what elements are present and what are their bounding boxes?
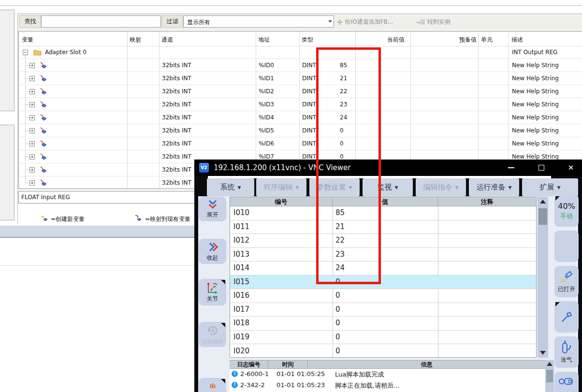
loop-button[interactable]: A 连续循环 xyxy=(199,322,226,347)
log-col-message: 信息 xyxy=(308,361,545,369)
variable-icon xyxy=(40,166,47,175)
table-row[interactable]: +32bits INT%ID4DINT24New Help String xyxy=(19,111,582,124)
address-cell: %ID3 xyxy=(259,101,274,108)
corner-marker-icon xyxy=(221,379,225,383)
scroll-up-icon[interactable] xyxy=(540,200,546,203)
close-button[interactable]: ✕ xyxy=(560,160,582,175)
register-row[interactable]: I0200 xyxy=(230,345,536,358)
scrollbar-thumb[interactable] xyxy=(546,370,553,382)
table-group-row[interactable]: − Adapter Slot 0 INT Output REG xyxy=(19,46,582,59)
dropdown-arrow-icon[interactable] xyxy=(328,20,332,23)
blank-button[interactable] xyxy=(554,231,579,262)
register-row[interactable]: I0170 xyxy=(230,303,536,317)
info-icon: ! xyxy=(232,371,238,377)
collapse-button[interactable]: 收起 xyxy=(199,239,226,264)
table-row[interactable]: +32bits INT%ID6DINT0New Help String xyxy=(19,137,582,150)
menu-item-extend[interactable]: 扩展▼ xyxy=(522,178,578,196)
tree-stub xyxy=(25,183,29,183)
maximize-icon xyxy=(538,165,544,171)
group-description: INT Output REG xyxy=(512,49,557,56)
speed-mode-button[interactable]: 40% 手动 xyxy=(554,195,579,227)
add-icon: ✛ xyxy=(337,18,343,26)
menu-item-edit-instruction[interactable]: 编辑指令▼ xyxy=(416,178,466,196)
expand-plus-icon[interactable]: + xyxy=(29,154,35,160)
address-cell: %ID6 xyxy=(259,140,274,147)
table-row[interactable]: +32bits INT%ID5DINT0New Help String xyxy=(19,124,582,137)
register-row[interactable]: I01222 xyxy=(230,234,536,248)
expand-plus-icon[interactable]: + xyxy=(29,128,35,133)
menu-item-run-prepare[interactable]: 运行准备▼ xyxy=(469,178,519,196)
scroll-up-icon[interactable] xyxy=(547,362,553,366)
torch-button[interactable] xyxy=(554,301,579,333)
expand-plus-icon[interactable]: + xyxy=(29,115,35,120)
corner-marker-icon xyxy=(555,196,560,201)
type-cell: DINT xyxy=(302,75,316,82)
mode-label: 手动 xyxy=(560,212,573,220)
filter-dropdown[interactable]: 显示所有 xyxy=(183,15,334,28)
expand-plus-icon[interactable]: + xyxy=(29,102,35,107)
table-row[interactable]: +32bits INT%ID2DINT22New Help String xyxy=(19,85,582,98)
partial-left-button[interactable] xyxy=(199,378,226,392)
expand-plus-icon[interactable]: + xyxy=(29,180,35,186)
address-cell: %ID4 xyxy=(259,114,274,121)
maximize-button[interactable] xyxy=(529,160,553,175)
expand-plus-icon[interactable]: + xyxy=(29,76,35,81)
col-channel: 通道 xyxy=(161,36,173,44)
col-type: 类型 xyxy=(302,36,313,44)
expand-plus-icon[interactable]: + xyxy=(29,141,35,146)
goto-instance-button[interactable]: →☰ 转到实例 xyxy=(415,16,451,28)
find-input[interactable] xyxy=(41,15,161,28)
table-row[interactable]: +32bits INT%ID3DINT23New Help String xyxy=(19,98,582,111)
io-toolbar: 查找 过滤 显示所有 ✛ 给IO通道添加FB... →☰ 转到实例 xyxy=(18,14,582,30)
tree-stub xyxy=(25,144,29,144)
filter-value: 显示所有 xyxy=(187,18,210,27)
table-row[interactable]: +32bits INT%ID0DINT85New Help String xyxy=(19,59,582,72)
expand-button[interactable]: 展开 xyxy=(199,197,226,221)
tool-partial-icon xyxy=(208,382,218,388)
scroll-down-icon[interactable] xyxy=(540,351,546,355)
log-time: 01-01 01:05:23 xyxy=(276,381,325,389)
torch-open-button[interactable]: 已打开 xyxy=(554,266,579,297)
expand-plus-icon[interactable]: + xyxy=(29,167,35,173)
register-row[interactable]: I0150 xyxy=(230,276,536,290)
menu-item-program-edit[interactable]: 程序编辑▼ xyxy=(256,178,306,196)
register-row[interactable]: I0190 xyxy=(230,331,536,345)
variable-icon xyxy=(40,114,47,123)
torch-icon xyxy=(559,310,574,324)
group-label: Adapter Slot 0 xyxy=(45,49,87,56)
chevron-down-icon: ▼ xyxy=(296,185,299,190)
register-row[interactable]: I01323 xyxy=(230,248,536,262)
create-var-label: =创建新变量 xyxy=(51,215,85,223)
address-cell: %ID5 xyxy=(259,127,274,134)
tree-stub xyxy=(25,78,29,79)
register-row[interactable]: I01085 xyxy=(230,206,536,220)
col-variable: 变量 xyxy=(22,36,33,44)
type-cell: DINT xyxy=(302,62,316,69)
log-col-time: 时间 xyxy=(268,361,308,369)
reg-col-comment: 注释 xyxy=(438,197,536,206)
log-code: 2-6000-1 xyxy=(240,370,269,377)
minimize-button[interactable] xyxy=(499,160,523,175)
log-scrollbar[interactable] xyxy=(545,360,554,392)
channel-cell: 32bits INT xyxy=(162,62,191,69)
expand-plus-icon[interactable]: + xyxy=(29,89,35,94)
register-row[interactable]: I01424 xyxy=(230,261,536,276)
log-row[interactable]: !2-6000-101-01 01:05:25Lua脚本加载完成 xyxy=(230,369,545,380)
register-row[interactable]: I0180 xyxy=(230,317,536,331)
collapse-minus-icon[interactable]: − xyxy=(23,50,28,55)
table-row[interactable]: +32bits INT%ID1DINT21New Help String xyxy=(19,72,582,85)
register-row[interactable]: I0160 xyxy=(230,289,536,303)
menu-item-label: 系统 xyxy=(220,183,235,192)
scrollbar-thumb[interactable] xyxy=(538,208,547,225)
vnc-titlebar[interactable]: V2 192.168.1.200 (x11vnc) - VNC Viewer ✕ xyxy=(194,160,582,176)
add-fb-button[interactable]: ✛ 给IO通道添加FB... xyxy=(337,16,393,28)
variable-icon xyxy=(40,88,47,97)
gas-button[interactable]: 送气 xyxy=(554,336,579,368)
expand-plus-icon[interactable]: + xyxy=(29,63,35,68)
log-row[interactable]: !2-342-201-01 01:05:23脚本正在加载,请稍后... xyxy=(230,380,545,391)
register-row[interactable]: I01121 xyxy=(230,220,536,234)
controller-button[interactable] xyxy=(554,372,579,392)
register-scrollbar[interactable] xyxy=(538,197,548,358)
joint-button[interactable]: 关节 xyxy=(199,279,226,305)
menu-item-system[interactable]: 系统▼ xyxy=(207,178,254,196)
